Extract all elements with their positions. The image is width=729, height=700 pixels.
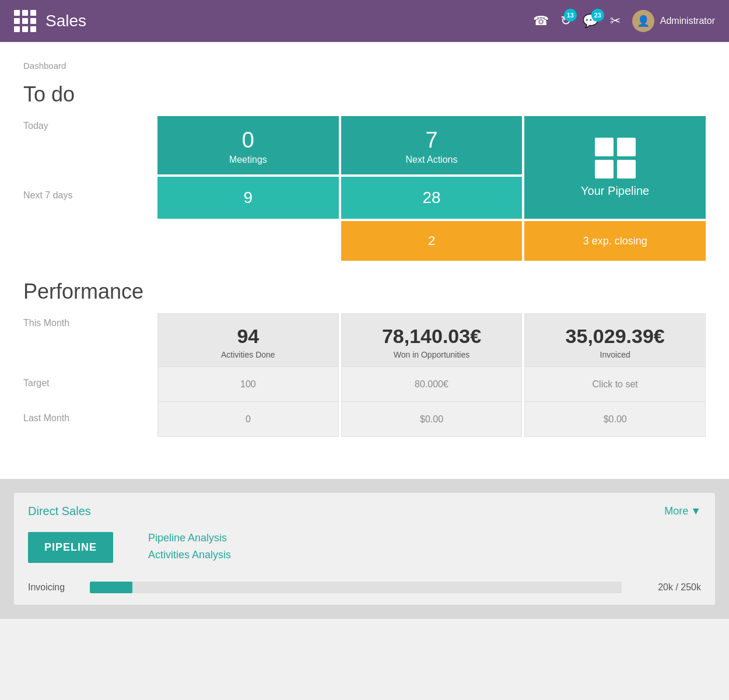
app-header: Sales ☎ ↻ 13 💬 23 ✂ 👤 Administrator: [0, 0, 729, 42]
todo-row-labels: Today Next 7 days: [23, 116, 157, 261]
invoicing-label: Invoicing: [28, 582, 80, 593]
meetings-next7-card[interactable]: 9: [157, 177, 339, 219]
admin-menu[interactable]: 👤 Administrator: [632, 10, 715, 32]
invoiced-count: 35,029.39€: [566, 325, 665, 348]
perf-grid: 94 Activities Done 100 0 78,140.03€ Won …: [157, 313, 706, 437]
next-actions-overdue-card[interactable]: 2: [341, 221, 523, 261]
invoiced-target[interactable]: Click to set: [525, 366, 705, 401]
refresh-icon[interactable]: ↻ 13: [560, 13, 571, 29]
activities-last-month[interactable]: 0: [158, 401, 338, 436]
more-button[interactable]: More ▼: [664, 505, 701, 517]
next-actions-overdue-count: 2: [428, 233, 435, 249]
activities-label: Activities Done: [221, 350, 275, 359]
meetings-col: 0 Meetings 9: [157, 116, 339, 261]
sales-body: PIPELINE Pipeline Analysis Activities An…: [28, 532, 701, 563]
todo-label-today: Today: [23, 116, 157, 174]
app-title: Sales: [45, 12, 86, 30]
sales-title[interactable]: Direct Sales: [28, 505, 91, 518]
pipeline-card[interactable]: Your Pipeline: [524, 116, 706, 219]
todo-section-label: To do: [23, 82, 706, 107]
won-last-month[interactable]: $0.00: [342, 401, 522, 436]
breadcrumb: Dashboard: [23, 61, 706, 71]
todo-grid: 0 Meetings 9 7 Next Actions 28 2: [157, 116, 706, 261]
scissors-icon[interactable]: ✂: [610, 13, 621, 29]
pipeline-col: Your Pipeline 3 exp. closing: [524, 116, 706, 261]
header-right: ☎ ↻ 13 💬 23 ✂ 👤 Administrator: [533, 10, 715, 32]
invoicing-row: Invoicing 20k / 250k: [28, 582, 701, 593]
phone-icon[interactable]: ☎: [533, 13, 549, 29]
performance-layout: This Month Target Last Month 94 Activiti…: [23, 313, 706, 437]
sales-card: Direct Sales More ▼ PIPELINE Pipeline An…: [14, 493, 715, 605]
bottom-section: Direct Sales More ▼ PIPELINE Pipeline An…: [0, 479, 729, 619]
pipeline-icon: [595, 138, 636, 178]
next-actions-label: Next Actions: [406, 155, 458, 165]
invoicing-progress-fill: [90, 582, 132, 593]
analysis-links: Pipeline Analysis Activities Analysis: [148, 532, 231, 561]
next-actions-col: 7 Next Actions 28 2: [341, 116, 523, 261]
admin-name: Administrator: [660, 16, 715, 26]
won-count: 78,140.03€: [382, 325, 481, 348]
meetings-next7-count: 9: [244, 188, 253, 207]
perf-label-last-month: Last Month: [23, 401, 157, 436]
pipeline-label: Your Pipeline: [581, 184, 649, 198]
avatar: 👤: [632, 10, 654, 32]
activities-analysis-link[interactable]: Activities Analysis: [148, 549, 231, 561]
more-label: More: [664, 505, 688, 517]
main-content: Dashboard To do Today Next 7 days 0 Meet…: [0, 42, 729, 479]
next-actions-today-count: 7: [425, 129, 437, 151]
todo-label-next7: Next 7 days: [23, 174, 157, 216]
meetings-today-card[interactable]: 0 Meetings: [157, 116, 339, 174]
pipeline-closing-card[interactable]: 3 exp. closing: [524, 221, 706, 261]
pipeline-analysis-link[interactable]: Pipeline Analysis: [148, 532, 231, 544]
won-label: Won in Opportunities: [394, 350, 469, 359]
todo-layout: Today Next 7 days 0 Meetings 9 7 Next Ac…: [23, 116, 706, 261]
sales-header: Direct Sales More ▼: [28, 505, 701, 518]
invoiced-top[interactable]: 35,029.39€ Invoiced: [525, 314, 705, 366]
refresh-badge: 13: [564, 9, 577, 22]
chat-badge: 23: [591, 9, 604, 22]
won-target[interactable]: 80.000€: [342, 366, 522, 401]
perf-label-target: Target: [23, 366, 157, 401]
meetings-label: Meetings: [229, 155, 267, 165]
header-left: Sales: [14, 10, 86, 32]
performance-section-label: Performance: [23, 279, 706, 304]
more-chevron-icon: ▼: [691, 505, 701, 517]
invoiced-last-month[interactable]: $0.00: [525, 401, 705, 436]
activities-count: 94: [237, 325, 259, 348]
invoicing-progress-bar: [90, 582, 622, 593]
invoiced-col: 35,029.39€ Invoiced Click to set $0.00: [524, 313, 706, 437]
next-actions-next7-card[interactable]: 28: [341, 177, 523, 219]
pipeline-closing-label: 3 exp. closing: [583, 235, 647, 247]
pipeline-button[interactable]: PIPELINE: [28, 532, 113, 563]
next-actions-today-card[interactable]: 7 Next Actions: [341, 116, 523, 174]
chat-icon[interactable]: 💬 23: [583, 13, 598, 29]
meetings-today-count: 0: [242, 129, 254, 151]
activities-target[interactable]: 100: [158, 366, 338, 401]
invoiced-label: Invoiced: [600, 350, 630, 359]
invoicing-value: 20k / 250k: [631, 582, 701, 593]
next-actions-next7-count: 28: [422, 188, 440, 207]
perf-row-labels: This Month Target Last Month: [23, 313, 157, 437]
perf-label-this-month: This Month: [23, 313, 157, 366]
won-col: 78,140.03€ Won in Opportunities 80.000€ …: [341, 313, 523, 437]
activities-top[interactable]: 94 Activities Done: [158, 314, 338, 366]
apps-icon[interactable]: [14, 10, 36, 32]
won-top[interactable]: 78,140.03€ Won in Opportunities: [342, 314, 522, 366]
activities-col: 94 Activities Done 100 0: [157, 313, 339, 437]
